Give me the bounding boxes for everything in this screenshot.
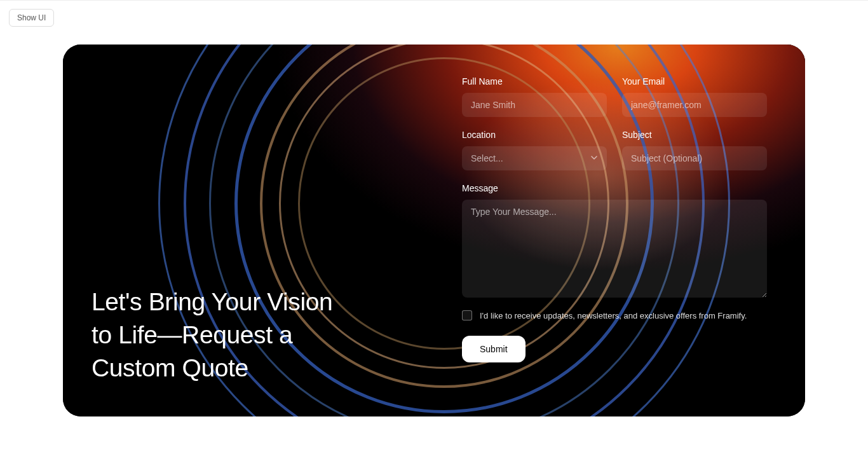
full-name-input[interactable] (462, 93, 607, 117)
top-divider (0, 0, 868, 1)
subject-input[interactable] (622, 146, 767, 170)
full-name-label: Full Name (462, 76, 607, 86)
message-textarea[interactable] (462, 200, 767, 298)
location-select-placeholder: Select... (471, 153, 503, 163)
quote-card: Let's Bring Your Vision to Life—Request … (63, 45, 805, 416)
quote-form: Full Name Your Email Location Select... (462, 76, 767, 362)
chevron-down-icon (590, 153, 598, 163)
location-label: Location (462, 130, 607, 140)
hero-heading: Let's Bring Your Vision to Life—Request … (92, 286, 358, 385)
newsletter-checkbox-label: I'd like to receive updates, newsletters… (480, 311, 747, 320)
email-input[interactable] (622, 93, 767, 117)
submit-button[interactable]: Submit (462, 336, 526, 362)
show-ui-button[interactable]: Show UI (9, 9, 54, 27)
email-label: Your Email (622, 76, 767, 86)
message-label: Message (462, 183, 767, 193)
location-select[interactable]: Select... (462, 146, 607, 170)
subject-label: Subject (622, 130, 767, 140)
newsletter-checkbox[interactable] (462, 310, 472, 320)
